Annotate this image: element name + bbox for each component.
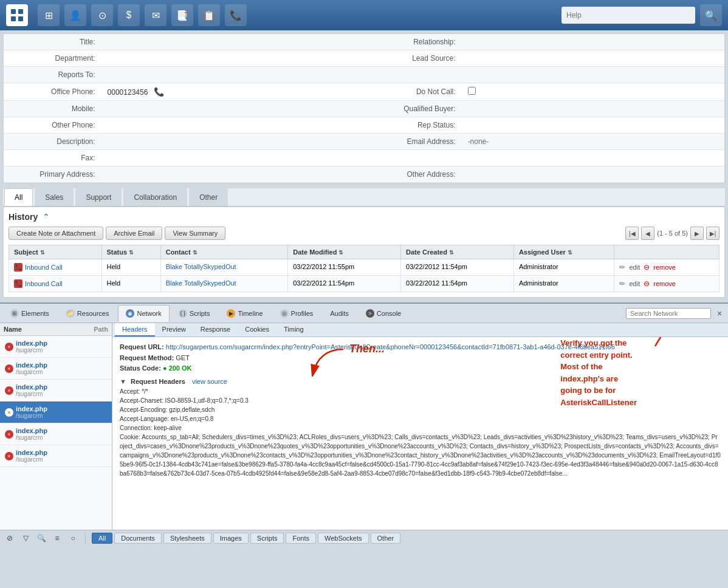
list-item[interactable]: × index.php /sugarcrm <box>0 358 112 380</box>
filter-tab-other[interactable]: Other <box>371 533 401 544</box>
title-label: Title: <box>4 34 101 50</box>
headers-collapse-arrow[interactable]: ▼ <box>120 378 126 385</box>
tab-support[interactable]: Support <box>75 188 122 206</box>
form-row-reports-to: Reports To: <box>4 67 724 83</box>
history-collapse-icon[interactable]: ⌃ <box>43 212 50 222</box>
tab-all[interactable]: All <box>4 188 33 206</box>
sort-date-created-icon[interactable]: ⇅ <box>449 250 454 256</box>
contact-link-1[interactable]: Blake TotallySkypedOut <box>166 263 236 270</box>
list-remove-btn-2[interactable]: × <box>5 364 13 373</box>
tab-other[interactable]: Other <box>189 188 228 206</box>
bottom-filter-btn[interactable]: ▽ <box>19 532 32 544</box>
bottom-preserve-btn[interactable]: ○ <box>67 532 79 544</box>
create-note-button[interactable]: Create Note or Attachment <box>9 227 103 240</box>
inbound-call-link-2[interactable]: Inbound Call <box>25 280 63 287</box>
rep-status-label: Rep Status: <box>364 117 462 134</box>
bottom-search-btn[interactable]: 🔍 <box>35 532 47 544</box>
dollar-nav-icon[interactable]: $ <box>118 4 140 26</box>
list-remove-btn-5[interactable]: × <box>5 430 13 439</box>
remove-icon-2: ⊖ <box>644 279 650 288</box>
accounts-nav-icon[interactable]: ⊙ <box>91 4 113 26</box>
filter-tab-stylesheets[interactable]: Stylesheets <box>163 533 211 544</box>
remove-link-2[interactable]: remove <box>653 280 676 287</box>
form-row-other-phone: Other Phone: Rep Status: <box>4 117 724 134</box>
bookmarks-nav-icon[interactable]: 📑 <box>171 4 193 26</box>
request-detail-panel: Headers Preview Response Cookies Timing … <box>112 323 728 530</box>
sub-tab-cookies[interactable]: Cookies <box>238 323 276 337</box>
list-remove-btn-4[interactable]: × <box>5 408 13 417</box>
reports-nav-icon[interactable]: 📋 <box>198 4 220 26</box>
page-last-button[interactable]: ▶| <box>706 227 719 240</box>
list-remove-btn-6[interactable]: × <box>5 452 13 460</box>
sort-date-modified-icon[interactable]: ⇅ <box>338 250 343 256</box>
filter-tab-websockets[interactable]: WebSockets <box>318 533 369 544</box>
inbound-call-link-1[interactable]: Inbound Call <box>25 264 63 271</box>
tab-collaboration[interactable]: Collaboration <box>123 188 187 206</box>
nav-search-input[interactable] <box>561 7 695 24</box>
do-not-call-checkbox[interactable] <box>468 87 476 95</box>
view-summary-button[interactable]: View Summary <box>165 227 225 240</box>
filter-tab-images[interactable]: Images <box>213 533 249 544</box>
remove-link-1[interactable]: remove <box>653 264 676 271</box>
edit-link-2[interactable]: edit <box>629 280 640 287</box>
list-item[interactable]: × index.php /sugarcrm <box>0 336 112 358</box>
assigned-user-1: Administrator <box>513 259 614 276</box>
form-row-fax: Fax: <box>4 150 724 166</box>
list-path-4: /sugarcrm <box>16 412 47 419</box>
devtools-tab-resources[interactable]: 📁 Resources <box>58 305 117 322</box>
filter-tab-all[interactable]: All <box>92 533 112 544</box>
devtools-tab-profiles[interactable]: ◎ Profiles <box>272 305 321 322</box>
sort-contact-icon[interactable]: ⇅ <box>193 250 197 256</box>
bottom-clear-btn[interactable]: ⊘ <box>4 532 16 544</box>
list-item[interactable]: × index.php /sugarcrm <box>0 380 112 402</box>
filter-tab-scripts[interactable]: Scripts <box>250 533 284 544</box>
page-first-button[interactable]: |◀ <box>625 227 639 240</box>
nav-search-button[interactable]: 🔍 <box>700 4 722 26</box>
archive-email-button[interactable]: Archive Email <box>106 227 162 240</box>
list-item-active[interactable]: × index.php /sugarcrm <box>0 402 112 423</box>
list-remove-btn-3[interactable]: × <box>5 386 13 395</box>
filter-tab-documents[interactable]: Documents <box>114 533 162 544</box>
sub-tab-response[interactable]: Response <box>193 323 238 337</box>
tab-sales[interactable]: Sales <box>35 188 74 206</box>
col-date-modified: Date Modified ⇅ <box>288 245 401 259</box>
devtools-tab-audits[interactable]: Audits <box>322 305 357 322</box>
email-nav-icon[interactable]: ✉ <box>145 4 167 26</box>
devtools-search-input[interactable] <box>626 308 711 319</box>
contact-link-2[interactable]: Blake TotallySkypedOut <box>166 279 236 287</box>
sort-subject-icon[interactable]: ⇅ <box>40 250 45 256</box>
relationship-label: Relationship: <box>364 34 462 50</box>
sub-tab-headers[interactable]: Headers <box>115 323 155 337</box>
grid-nav-icon[interactable]: ⊞ <box>38 4 60 26</box>
sort-status-icon[interactable]: ⇅ <box>129 250 134 256</box>
devtools-tab-console[interactable]: > Console <box>358 305 409 322</box>
devtools-tab-network[interactable]: ◉ Network <box>118 305 169 322</box>
qualified-buyer-label: Qualified Buyer: <box>364 101 462 117</box>
devtools-close-button[interactable]: × <box>713 307 726 320</box>
sub-tab-timing[interactable]: Timing <box>276 323 311 337</box>
devtools-tab-elements[interactable]: ⊞ Elements <box>2 305 57 322</box>
list-item[interactable]: × index.php /sugarcrm <box>0 445 112 467</box>
devtools-tab-timeline[interactable]: ▶ Timeline <box>219 305 270 322</box>
contact-form: Title: Relationship: Department: Lead So… <box>3 33 725 183</box>
email-none-text: -none- <box>468 137 489 146</box>
contacts-nav-icon[interactable]: 👤 <box>64 4 86 26</box>
phone-action-icon[interactable]: 📞 <box>154 87 164 97</box>
edit-link-1[interactable]: edit <box>629 264 640 271</box>
page-next-button[interactable]: ▶ <box>690 227 704 240</box>
sort-assigned-icon[interactable]: ⇅ <box>568 250 572 256</box>
bottom-list-btn[interactable]: ≡ <box>51 532 63 544</box>
list-remove-btn-1[interactable]: × <box>5 343 13 351</box>
sub-tab-preview[interactable]: Preview <box>155 323 193 337</box>
phone-nav-icon[interactable]: 📞 <box>225 4 247 26</box>
list-item[interactable]: × index.php /sugarcrm <box>0 423 112 445</box>
filter-tab-fonts[interactable]: Fonts <box>286 533 316 544</box>
app-logo[interactable] <box>6 4 28 26</box>
view-source-link[interactable]: view source <box>192 378 227 385</box>
resources-tab-icon: 📁 <box>66 309 75 318</box>
devtools-tab-scripts[interactable]: { } Scripts <box>171 305 218 322</box>
url-label: Request URL: <box>120 343 164 350</box>
list-filename-1: index.php <box>16 340 47 347</box>
primary-address-label: Primary Address: <box>4 166 101 183</box>
page-prev-button[interactable]: ◀ <box>641 227 654 240</box>
